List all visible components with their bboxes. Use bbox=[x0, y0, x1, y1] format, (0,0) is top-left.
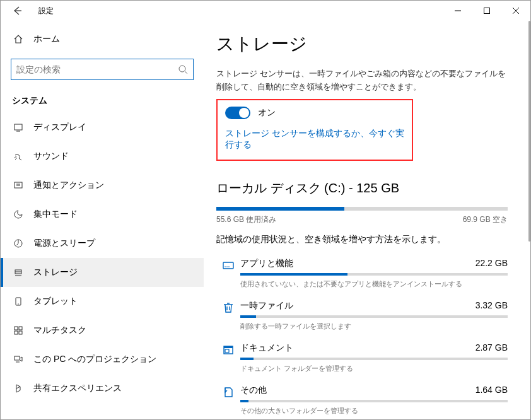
svg-rect-18 bbox=[224, 346, 233, 348]
storage-hint: 削除する一時ファイルを選択します bbox=[240, 322, 508, 331]
nav-item-0[interactable]: ディスプレイ bbox=[1, 113, 204, 142]
nav-icon bbox=[12, 151, 25, 161]
nav-label: タブレット bbox=[33, 296, 78, 307]
highlight-box: オン ストレージ センサーを構成するか、今すぐ実行する bbox=[216, 99, 413, 161]
nav-item-6[interactable]: タブレット bbox=[1, 287, 204, 316]
nav-label: マルチタスク bbox=[33, 325, 86, 336]
page-title: ストレージ bbox=[216, 32, 508, 56]
nav-label: 集中モード bbox=[33, 209, 78, 220]
back-arrow-icon bbox=[12, 6, 22, 16]
sidebar: ホーム システム ディスプレイサウンド通知とアクション集中モード電源とスリープス… bbox=[1, 21, 204, 419]
nav-icon bbox=[12, 180, 25, 190]
storage-category-icon bbox=[216, 385, 240, 416]
svg-point-1 bbox=[179, 66, 185, 72]
svg-rect-12 bbox=[15, 356, 20, 360]
home-label: ホーム bbox=[33, 33, 60, 45]
storage-bar bbox=[240, 273, 508, 276]
window-title: 設定 bbox=[38, 6, 54, 16]
minimize-button[interactable] bbox=[443, 1, 472, 21]
svg-rect-11 bbox=[19, 331, 22, 334]
storage-size: 2.87 GB bbox=[476, 342, 508, 354]
storage-hint: ドキュメント フォルダーを管理する bbox=[240, 364, 508, 373]
home-link[interactable]: ホーム bbox=[1, 27, 204, 51]
storage-category-icon bbox=[216, 300, 240, 331]
storage-item[interactable]: ドキュメント2.87 GBドキュメント フォルダーを管理する bbox=[216, 342, 508, 373]
nav-item-7[interactable]: マルチタスク bbox=[1, 316, 204, 345]
svg-rect-9 bbox=[19, 327, 22, 330]
scrollbar-thumb[interactable] bbox=[528, 21, 530, 242]
nav-icon bbox=[12, 209, 25, 219]
nav-icon bbox=[12, 354, 25, 365]
nav-icon bbox=[12, 267, 25, 277]
nav-item-3[interactable]: 集中モード bbox=[1, 200, 204, 229]
disk-used-label: 55.6 GB 使用済み bbox=[216, 214, 276, 225]
toggle-state-label: オン bbox=[258, 107, 276, 119]
minimize-icon bbox=[455, 8, 461, 14]
nav-label: 共有エクスペリエンス bbox=[33, 383, 122, 394]
maximize-button[interactable] bbox=[472, 1, 501, 21]
nav-item-5[interactable]: ストレージ bbox=[1, 258, 204, 287]
storage-item[interactable]: アプリと機能22.2 GB使用されていない、または不要なアプリと機能をアンインス… bbox=[216, 258, 508, 289]
storage-bar bbox=[240, 315, 508, 318]
category-header: システム bbox=[1, 86, 204, 113]
search-input[interactable] bbox=[16, 64, 168, 74]
search-box[interactable] bbox=[11, 59, 194, 80]
disk-usage-bar bbox=[216, 207, 508, 211]
storage-name: その他 bbox=[240, 385, 267, 396]
svg-rect-19 bbox=[225, 349, 229, 353]
close-icon bbox=[513, 8, 519, 14]
nav-item-8[interactable]: この PC へのプロジェクション bbox=[1, 345, 204, 374]
storage-name: アプリと機能 bbox=[240, 258, 293, 269]
home-icon bbox=[12, 34, 25, 44]
storage-sense-desc: ストレージ センサーは、一時ファイルやごみ箱の内容などの不要なファイルを削除して… bbox=[216, 67, 508, 94]
storage-hint: 使用されていない、または不要なアプリと機能をアンインストールする bbox=[240, 279, 508, 289]
usage-desc: 記憶域の使用状況と、空き領域を増やす方法を示します。 bbox=[216, 234, 508, 245]
disk-title: ローカル ディスク (C:) - 125 GB bbox=[216, 180, 508, 197]
svg-rect-8 bbox=[15, 327, 18, 330]
nav-label: ストレージ bbox=[33, 267, 78, 278]
disk-free-label: 69.9 GB 空き bbox=[463, 214, 508, 225]
nav-item-1[interactable]: サウンド bbox=[1, 142, 204, 171]
nav-label: 通知とアクション bbox=[33, 180, 104, 191]
storage-category-icon bbox=[216, 258, 240, 289]
storage-size: 1.64 GB bbox=[476, 385, 508, 396]
nav-label: ディスプレイ bbox=[33, 122, 86, 133]
svg-point-14 bbox=[225, 266, 226, 267]
nav-icon bbox=[12, 238, 25, 248]
titlebar: 設定 bbox=[1, 1, 530, 21]
svg-point-16 bbox=[228, 266, 230, 267]
storage-size: 3.32 GB bbox=[476, 300, 508, 312]
back-button[interactable] bbox=[7, 1, 27, 21]
svg-point-15 bbox=[226, 266, 228, 267]
storage-name: ドキュメント bbox=[240, 342, 293, 354]
nav-label: サウンド bbox=[33, 151, 69, 162]
nav-label: 電源とスリープ bbox=[33, 238, 95, 249]
nav-icon bbox=[12, 296, 25, 306]
nav-item-9[interactable]: 共有エクスペリエンス bbox=[1, 374, 204, 403]
svg-rect-10 bbox=[15, 331, 18, 334]
storage-sense-toggle[interactable] bbox=[225, 107, 250, 119]
svg-rect-2 bbox=[15, 124, 22, 130]
main-content: ストレージ ストレージ センサーは、一時ファイルやごみ箱の内容などの不要なファイ… bbox=[204, 21, 530, 419]
nav-icon bbox=[12, 383, 25, 394]
storage-category-icon bbox=[216, 342, 240, 373]
nav-icon bbox=[12, 325, 25, 335]
storage-bar bbox=[240, 400, 508, 402]
svg-rect-0 bbox=[484, 8, 490, 14]
storage-hint: その他の大きいフォルダーを管理する bbox=[240, 406, 508, 416]
svg-point-7 bbox=[18, 303, 18, 304]
storage-size: 22.2 GB bbox=[476, 258, 508, 269]
close-button[interactable] bbox=[501, 1, 530, 21]
nav-icon bbox=[12, 122, 25, 132]
search-icon bbox=[178, 64, 188, 74]
maximize-icon bbox=[484, 8, 490, 14]
svg-rect-13 bbox=[223, 262, 233, 269]
nav-item-2[interactable]: 通知とアクション bbox=[1, 171, 204, 200]
nav-label: この PC へのプロジェクション bbox=[33, 354, 156, 365]
configure-link[interactable]: ストレージ センサーを構成するか、今すぐ実行する bbox=[225, 128, 404, 151]
storage-item[interactable]: 一時ファイル3.32 GB削除する一時ファイルを選択します bbox=[216, 300, 508, 331]
storage-name: 一時ファイル bbox=[240, 300, 293, 312]
nav-item-4[interactable]: 電源とスリープ bbox=[1, 229, 204, 258]
storage-item[interactable]: その他1.64 GBその他の大きいフォルダーを管理する bbox=[216, 385, 508, 416]
storage-bar bbox=[240, 358, 508, 360]
